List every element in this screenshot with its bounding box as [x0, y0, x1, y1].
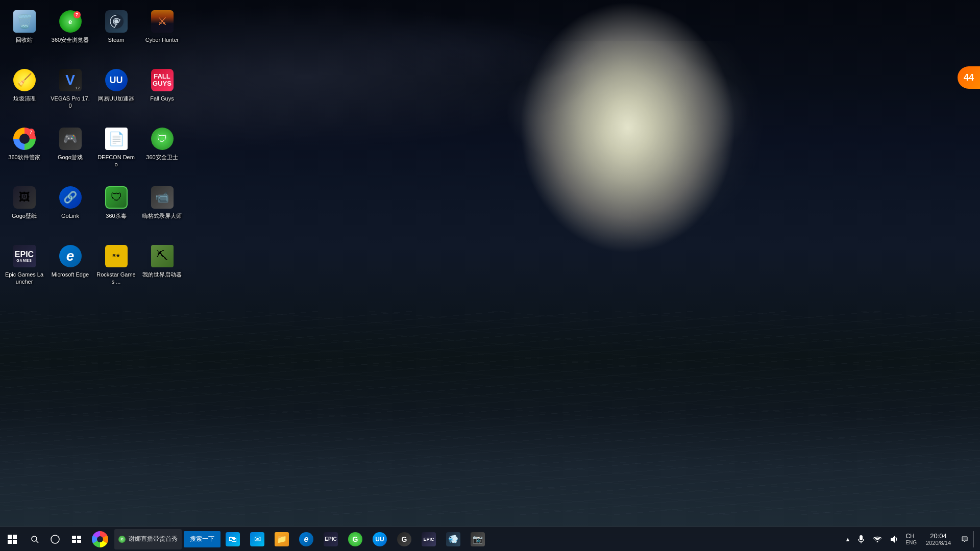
taskbar-search-button[interactable]: 搜索一下 — [184, 531, 220, 547]
svg-point-11 — [877, 541, 878, 542]
taskbar-explorer-icon[interactable]: 📁 — [271, 528, 293, 550]
clock[interactable]: 20:04 2020/8/14 — [921, 532, 956, 546]
taskbar-camera-icon[interactable]: 📷 — [467, 528, 489, 550]
steam-icon[interactable]: Steam — [94, 5, 138, 61]
corner-notification-badge: 44 — [958, 66, 980, 89]
svg-point-1 — [114, 19, 118, 23]
ms-edge-icon[interactable]: e Microsoft Edge — [48, 240, 92, 296]
start-button[interactable] — [0, 527, 24, 552]
recycle-bin-icon[interactable]: 🗑️ 回收站 — [3, 5, 46, 61]
language-indicator[interactable]: CH ENG — [902, 533, 920, 545]
taskbar-edge-icon[interactable]: e — [295, 528, 317, 550]
taskbar-peacock-icon[interactable] — [89, 528, 111, 550]
screen-cap-icon[interactable]: 📹 嗨格式录屏大师 — [140, 181, 184, 237]
360-browser-icon[interactable]: e 7 360安全浏览器 — [48, 5, 92, 61]
svg-rect-5 — [72, 536, 76, 539]
svg-line-3 — [36, 541, 38, 543]
taskbar: e 谢娜直播带货首秀 搜索一下 🛍 ✉ 📁 e EPIC G UU G — [0, 527, 980, 551]
360-kill-icon[interactable]: 🛡 360杀毒 — [94, 181, 138, 237]
epic-launcher-icon[interactable]: EPIC GAMES Epic Games Launcher — [3, 240, 46, 296]
icon-grid: 🗑️ 回收站 e 7 360安全浏览器 — [0, 0, 186, 301]
vegas-pro-icon[interactable]: V 17 VEGAS Pro 17.0 — [48, 64, 92, 120]
taskbar-uu-icon[interactable]: UU — [369, 528, 391, 550]
taskbar-epic2-icon[interactable]: EPIC — [418, 528, 440, 550]
tray-volume-icon[interactable] — [886, 529, 901, 549]
tray-expand-button[interactable]: ▲ — [843, 536, 853, 542]
taskbar-epic-icon[interactable]: EPIC — [320, 528, 342, 550]
taskbar-mail-icon[interactable]: ✉ — [246, 528, 268, 550]
taskbar-store-icon[interactable]: 🛍 — [222, 528, 244, 550]
task-view-button[interactable] — [65, 528, 88, 550]
360-guard-icon[interactable]: 🛡 360安全卫士 — [140, 122, 184, 179]
desktop: 🗑️ 回收站 e 7 360安全浏览器 — [0, 0, 980, 551]
cortana-button[interactable] — [45, 529, 65, 549]
gogo-games-icon[interactable]: 🎮 Gogo游戏 — [48, 122, 92, 179]
notification-center-icon[interactable] — [957, 529, 972, 549]
taskbar-search-icon[interactable] — [24, 529, 45, 549]
svg-rect-6 — [77, 536, 81, 539]
svg-point-4 — [51, 535, 59, 543]
show-desktop-button[interactable] — [973, 531, 977, 547]
svg-rect-7 — [72, 540, 76, 543]
360-mgr-icon[interactable]: 7 360软件管家 — [3, 122, 46, 179]
taskbar-browser-bar[interactable]: e 谢娜直播带货首秀 — [114, 529, 182, 549]
svg-rect-9 — [860, 535, 863, 540]
taskbar-gogo-icon[interactable]: G — [393, 528, 415, 550]
trash-clean-icon[interactable]: 🧹 垃圾清理 — [3, 64, 46, 120]
minecraft-icon[interactable]: ⛏ 我的世界启动器 — [140, 240, 184, 296]
rockstar-icon[interactable]: R★ Rockstar Games ... — [94, 240, 138, 296]
system-tray: ▲ CH E — [843, 529, 981, 549]
svg-point-2 — [32, 536, 37, 541]
svg-rect-8 — [77, 540, 81, 543]
defcon-demo-icon[interactable]: 📄 DEFCON Demo — [94, 122, 138, 179]
fall-guys-icon[interactable]: FALLGUYS Fall Guys — [140, 64, 184, 120]
taskbar-360browser-icon[interactable]: G — [344, 528, 366, 550]
uu-accelerator-icon[interactable]: UU 网易UU加速器 — [94, 64, 138, 120]
cyber-hunter-icon[interactable]: ⚔ Cyber Hunter — [140, 5, 184, 61]
gogo-wallpaper-icon[interactable]: 🖼 Gogo壁纸 — [3, 181, 46, 237]
tray-network-icon[interactable] — [870, 529, 885, 549]
tray-mic-icon[interactable] — [853, 529, 869, 549]
windows-logo — [8, 535, 17, 544]
golink-icon[interactable]: 🔗 GoLink — [48, 181, 92, 237]
taskbar-steam-icon[interactable]: 💨 — [442, 528, 464, 550]
